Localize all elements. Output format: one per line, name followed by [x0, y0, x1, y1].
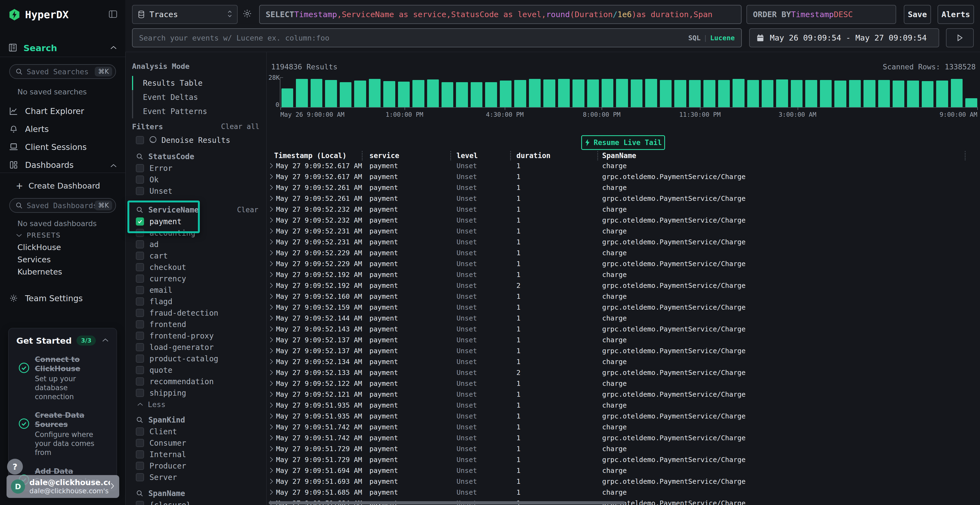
- histogram-bar[interactable]: [864, 80, 875, 107]
- checkbox[interactable]: [136, 389, 144, 397]
- histogram-bar[interactable]: [762, 80, 773, 107]
- checkbox[interactable]: [136, 297, 144, 306]
- filter-option[interactable]: frontend: [132, 319, 259, 330]
- get-started-step[interactable]: Connect to ClickHouse Set up your databa…: [16, 355, 109, 401]
- resume-live-tail-button[interactable]: Resume Live Tail: [581, 135, 665, 150]
- table-row[interactable]: May 27 9:09:52.261 AM payment Unset 1 gr…: [267, 193, 980, 204]
- table-row[interactable]: May 27 9:09:52.229 AM payment Unset 1 gr…: [267, 258, 980, 269]
- analysis-mode-item[interactable]: Event Patterns: [132, 104, 259, 118]
- histogram-bar[interactable]: [325, 80, 337, 107]
- histogram-bar[interactable]: [573, 79, 584, 107]
- checkbox[interactable]: [136, 462, 144, 470]
- histogram-bar[interactable]: [601, 79, 613, 107]
- histogram-bar[interactable]: [456, 82, 468, 107]
- column-header-spanname[interactable]: SpanName: [598, 151, 966, 160]
- expand-row-chevron-icon[interactable]: [269, 184, 273, 191]
- chevron-up-icon[interactable]: [102, 338, 109, 343]
- histogram-bar[interactable]: [616, 79, 628, 107]
- expand-row-chevron-icon[interactable]: [269, 315, 273, 321]
- checkbox[interactable]: [136, 275, 144, 283]
- horizontal-scrollbar[interactable]: [269, 501, 625, 505]
- table-row[interactable]: May 27 9:09:52.617 AM payment Unset 1 gr…: [267, 171, 980, 182]
- table-row[interactable]: May 27 9:09:52.121 AM payment Unset 1 gr…: [267, 389, 980, 400]
- expand-row-chevron-icon[interactable]: [269, 173, 273, 179]
- checkbox[interactable]: [136, 501, 144, 505]
- checkbox[interactable]: [136, 439, 144, 447]
- search-icon[interactable]: [136, 206, 143, 214]
- analysis-mode-item[interactable]: Event Deltas: [132, 90, 259, 104]
- sidebar-item-dashboards[interactable]: Dashboards: [0, 158, 125, 172]
- filter-option[interactable]: ad: [132, 239, 259, 250]
- sidebar-item-team-settings[interactable]: Team Settings: [0, 292, 125, 305]
- histogram-bar[interactable]: [660, 80, 671, 107]
- table-row[interactable]: May 27 9:09:52.144 AM payment Unset 1 ch…: [267, 313, 980, 324]
- histogram-bar[interactable]: [369, 79, 380, 107]
- expand-row-chevron-icon[interactable]: [269, 478, 273, 484]
- histogram-bar[interactable]: [296, 79, 308, 107]
- histogram-bar[interactable]: [354, 81, 366, 107]
- histogram-bar[interactable]: [805, 80, 817, 107]
- table-row[interactable]: May 27 9:09:52.232 AM payment Unset 1 ch…: [267, 204, 980, 215]
- expand-row-chevron-icon[interactable]: [269, 250, 273, 256]
- table-row[interactable]: May 27 9:09:51.685 AM payment Unset 1 ch…: [267, 487, 980, 498]
- histogram-bar[interactable]: [558, 79, 570, 107]
- histogram-bar[interactable]: [892, 81, 904, 107]
- clear-servicename-filter-button[interactable]: Clear: [237, 206, 258, 214]
- filter-option[interactable]: load-generator: [132, 341, 259, 353]
- expand-row-chevron-icon[interactable]: [269, 402, 273, 408]
- search-icon[interactable]: [136, 152, 143, 160]
- checkbox[interactable]: [136, 450, 144, 459]
- histogram-bar[interactable]: [529, 79, 541, 107]
- column-header-duration[interactable]: duration: [511, 151, 598, 160]
- expand-row-chevron-icon[interactable]: [269, 435, 273, 441]
- sidebar-item-clickhouse[interactable]: ClickHouse: [18, 243, 61, 252]
- table-row[interactable]: May 27 9:09:52.231 AM payment Unset 1 gr…: [267, 237, 980, 247]
- expand-row-chevron-icon[interactable]: [269, 217, 273, 223]
- expand-row-chevron-icon[interactable]: [269, 326, 273, 332]
- table-row[interactable]: May 27 9:09:51.729 AM payment Unset 1 ch…: [267, 443, 980, 454]
- table-row[interactable]: May 27 9:09:52.261 AM payment Unset 1 ch…: [267, 182, 980, 193]
- histogram-bar[interactable]: [442, 82, 453, 107]
- expand-row-chevron-icon[interactable]: [269, 380, 273, 386]
- checkbox[interactable]: [136, 354, 144, 363]
- search-icon[interactable]: [136, 489, 143, 497]
- sidebar-item-client-sessions[interactable]: Client Sessions: [0, 140, 125, 154]
- table-row[interactable]: May 27 9:09:51.694 AM payment Unset 1 ch…: [267, 465, 980, 476]
- table-row[interactable]: May 27 9:09:51.742 AM payment Unset 1 ch…: [267, 421, 980, 432]
- histogram-bar[interactable]: [543, 79, 555, 107]
- histogram-bar[interactable]: [383, 81, 395, 107]
- alerts-button[interactable]: Alerts: [937, 5, 974, 24]
- checkbox[interactable]: [136, 473, 144, 481]
- expand-row-chevron-icon[interactable]: [269, 206, 273, 212]
- help-button[interactable]: ?: [7, 459, 23, 475]
- table-row[interactable]: May 27 9:09:52.137 AM payment Unset 1 ch…: [267, 334, 980, 345]
- table-row[interactable]: May 27 9:09:52.159 AM payment Unset 1 gr…: [267, 302, 980, 313]
- show-less-toggle[interactable]: Less: [132, 399, 259, 410]
- expand-row-chevron-icon[interactable]: [269, 348, 273, 354]
- histogram-bar[interactable]: [485, 82, 497, 107]
- filter-option[interactable]: product-catalog: [132, 353, 259, 364]
- table-row[interactable]: May 27 9:09:51.742 AM payment Unset 1 gr…: [267, 432, 980, 443]
- sidebar-item-search[interactable]: Search: [0, 40, 125, 57]
- checkbox[interactable]: [136, 187, 144, 195]
- expand-row-chevron-icon[interactable]: [269, 260, 273, 267]
- histogram-bar[interactable]: [965, 98, 977, 107]
- table-row[interactable]: May 27 9:09:52.143 AM payment Unset 1 gr…: [267, 324, 980, 334]
- filter-option[interactable]: recommendation: [132, 376, 259, 387]
- results-histogram[interactable]: 28K: [280, 76, 977, 107]
- histogram-bar[interactable]: [936, 81, 948, 107]
- denoise-results-checkbox-row[interactable]: Denoise Results: [132, 134, 259, 146]
- filter-option[interactable]: Ok: [132, 174, 259, 185]
- filter-option[interactable]: {closure}: [132, 499, 259, 505]
- analysis-mode-item[interactable]: Results Table: [132, 76, 259, 90]
- filter-option[interactable]: quote: [132, 364, 259, 376]
- histogram-bar[interactable]: [733, 79, 744, 107]
- language-toggle-sql[interactable]: SQL: [688, 34, 700, 42]
- table-row[interactable]: May 27 9:09:52.133 AM payment Unset 2 gr…: [267, 367, 980, 378]
- checkbox[interactable]: [136, 320, 144, 329]
- table-row[interactable]: May 27 9:09:52.122 AM payment Unset 1 ch…: [267, 378, 980, 389]
- filter-option[interactable]: Producer: [132, 460, 259, 472]
- histogram-bar[interactable]: [471, 82, 482, 107]
- table-row[interactable]: May 27 9:09:52.137 AM payment Unset 1 gr…: [267, 345, 980, 356]
- get-started-step[interactable]: Create Data Sources Configure where your…: [16, 411, 109, 457]
